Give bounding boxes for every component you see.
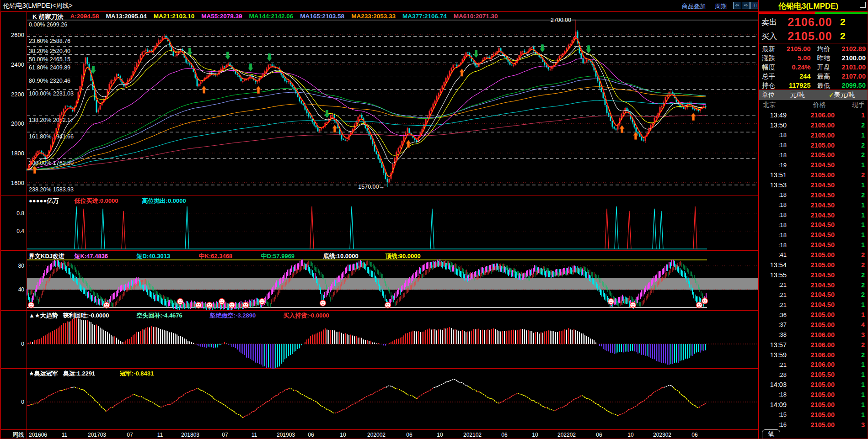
yiwan-spike (430, 209, 434, 249)
fib-label: 80.90% 2320.46 (29, 78, 70, 84)
x-axis-tick: 06 (596, 432, 602, 438)
ask-row[interactable]: 卖出 2106.00 2 (759, 15, 868, 29)
trade-row: :182104.501 (761, 200, 867, 210)
y-axis-label: 2000 (11, 120, 24, 127)
ma-line (27, 116, 706, 170)
trade-row: :182104.501 (761, 210, 867, 220)
buy-arrow-icon (202, 86, 206, 93)
yiwan-spike (627, 211, 631, 249)
y-axis-label: 1600 (11, 180, 24, 186)
unit-selector-row[interactable]: 单位 元/吨 ✓ 美元/吨 (759, 90, 868, 100)
yiwan-spike (653, 209, 656, 249)
unit-option-usd[interactable]: 美元/吨 (834, 91, 855, 99)
col-time: 北京 (763, 101, 787, 109)
smiley-signal-icon (196, 302, 202, 308)
yiwan-spike (605, 209, 609, 249)
bid-row[interactable]: 买入 2105.00 2 (759, 29, 868, 43)
x-axis-tick: 07 (127, 432, 133, 438)
x-axis-tick: 10 (340, 432, 346, 438)
trade-row: :182104.502 (761, 190, 867, 200)
panel-header-item: 界文KDJ改进 (28, 253, 64, 259)
panel-y-label: 0 (21, 341, 24, 347)
trade-row: :182104.501 (761, 240, 867, 250)
smiley-signal-icon (219, 299, 225, 305)
buy-ratio-segment (815, 12, 868, 14)
buy-arrow-icon (332, 125, 337, 132)
smiley-signal-icon (177, 299, 183, 305)
x-axis-tick: 10 (627, 432, 634, 438)
smiley-signal-icon (28, 302, 34, 308)
trade-row: :282105.501 (761, 370, 867, 380)
panel-y-label: 80 (18, 263, 25, 269)
trade-row: 13:532104.501 (761, 180, 867, 190)
col-volume: 现手 (852, 101, 865, 109)
unit-option-cny[interactable]: 元/吨 (790, 91, 805, 99)
x-axis-tick: 06 (406, 432, 413, 438)
panel-header-item: 冠军:-0.8431 (120, 370, 154, 377)
yiwan-spike (185, 206, 189, 249)
panel-header-item: 顶线:90.0000 (385, 253, 420, 259)
fib-label: 0.00% 2699.26 (29, 21, 67, 28)
panel-y-label: 0.8 (16, 210, 24, 217)
x-axis-tick: 201606 (29, 432, 47, 438)
panel-header-item: 低位买进:0.0000 (74, 197, 118, 204)
trade-row: :212106.001 (761, 360, 867, 370)
x-axis-tick: 202002 (367, 432, 386, 438)
yiwan-spike (350, 206, 354, 249)
period-tab[interactable]: 周线 (12, 431, 24, 438)
trade-row: :182105.001 (761, 390, 867, 400)
timesales-header: 北京 价格 现手 (759, 100, 868, 110)
ma-line (27, 87, 706, 170)
ma-line (27, 45, 706, 170)
quote-title-row: 伦铅电3(LMPDE) (759, 0, 868, 12)
ma-line (27, 50, 706, 170)
chart-canvas[interactable]: 2600240022002000180016000.00% 2699.2623.… (0, 0, 758, 439)
fib-label: 100.00% 2231.03 (29, 90, 74, 97)
trade-row: :212104.502 (761, 280, 867, 290)
panel-header-item: 高位抛出:0.0000 (142, 197, 186, 204)
trade-row: 13:592106.002 (761, 350, 867, 360)
x-axis-tick: 11 (252, 432, 257, 438)
trade-row: :412105.002 (761, 250, 867, 260)
ma-line (27, 59, 706, 170)
smiley-signal-icon (243, 302, 249, 308)
trade-row: :372105.004 (761, 320, 867, 330)
panel-header-item: 短D:40.3013 (136, 253, 170, 259)
check-icon: ✓ (829, 91, 834, 99)
sell-arrow-icon (325, 110, 329, 117)
panel-header-item: 底线:10.0000 (322, 253, 358, 259)
tab-trades[interactable]: 笔 (762, 429, 780, 439)
quote-panel: 伦铅电3(LMPDE) 卖出 2106.00 2 买入 2105.00 2 最新… (758, 0, 868, 439)
ask-qty: 2 (840, 16, 846, 27)
buy-arrow-icon (620, 126, 624, 133)
panel-header-item: 中D:57.9969 (261, 253, 295, 259)
panel-header-item: 奥运:1.2291 (63, 370, 95, 377)
smiley-signal-icon (697, 302, 702, 308)
panel-header-item: 买入持货:-0.0000 (283, 312, 329, 319)
trade-row: :212104.501 (761, 300, 867, 310)
trade-row: :382106.003 (761, 330, 867, 340)
bid-qty: 2 (840, 31, 846, 42)
fib-label: 138.20% 2052.17 (29, 117, 74, 123)
bid-price: 2105.00 (780, 30, 840, 43)
panel-header-item: ★奥运冠军 (29, 370, 58, 377)
yiwan-spike (75, 206, 78, 249)
trade-row: 14:092105.001 (761, 400, 867, 410)
x-axis-tick: 202102 (463, 432, 482, 438)
timesales-list[interactable]: 13:492106.00113:502105.002:182105.001:18… (759, 110, 868, 430)
window-box-icon[interactable] (860, 2, 866, 8)
trade-row: 13:542105.002 (761, 260, 867, 270)
yiwan-spike (659, 211, 663, 249)
bid-label: 买入 (761, 31, 780, 42)
stat-row: 总手244最高2107.00 (762, 72, 866, 81)
y-axis-label: 1800 (11, 150, 24, 157)
fib-label: 61.80% 2409.89 (29, 64, 70, 71)
candles-group (27, 20, 707, 187)
trend-bars-group (27, 317, 706, 369)
unit-label: 单位 (762, 91, 775, 99)
trade-row: 13:552104.502 (761, 270, 867, 280)
stat-row: 涨跌5.00昨结2100.00 (762, 53, 866, 63)
x-axis-tick: 06 (691, 432, 698, 438)
smiley-signal-icon (385, 302, 391, 308)
x-axis-tick: 11 (62, 432, 68, 438)
